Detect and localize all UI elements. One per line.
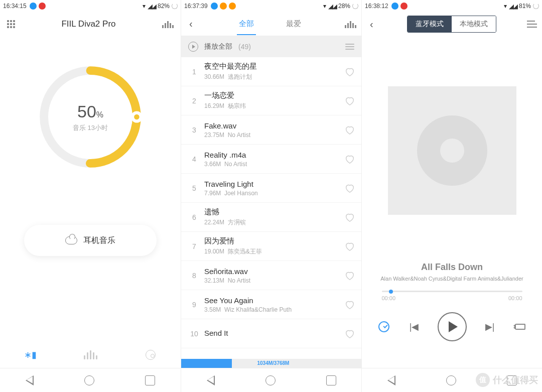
song-row[interactable]: 4Reality .m4a3.66M No Artist (181, 145, 361, 174)
song-name: Señorita.wav (204, 267, 344, 276)
favorite-icon[interactable] (344, 124, 355, 136)
back-button[interactable]: ‹ (367, 19, 376, 30)
favorite-icon[interactable] (344, 154, 355, 165)
bottom-tabs: ∗▮ (0, 342, 181, 368)
android-nav (362, 368, 542, 392)
tab-favorite[interactable]: 最爱 (284, 13, 303, 35)
song-meta: 3.58M Wiz Khalifa&Charlie Puth (204, 306, 344, 313)
song-name: 遗憾 (204, 207, 344, 217)
nav-back[interactable] (207, 375, 215, 385)
song-index: 10 (187, 330, 201, 338)
tab-settings[interactable] (120, 342, 181, 368)
signal-icon: ◢◢ (148, 3, 156, 10)
song-row[interactable]: 7因为爱情19.00M 陈奕迅&王菲 (181, 232, 361, 261)
favorite-icon[interactable] (344, 66, 355, 77)
song-row[interactable]: 8Señorita.wav32.13M No Artist (181, 261, 361, 290)
notification-icons (391, 3, 408, 10)
favorite-icon[interactable] (344, 95, 355, 106)
prev-track-button[interactable]: |◀ (407, 320, 421, 334)
song-row[interactable]: 9See You Again3.58M Wiz Khalifa&Charlie … (181, 290, 361, 319)
tab-all[interactable]: 全部 (237, 13, 256, 35)
sync-icon (172, 3, 178, 9)
song-index: 8 (187, 272, 201, 280)
sync-icon (533, 3, 539, 9)
equalizer-icon[interactable] (345, 20, 356, 28)
android-nav (0, 368, 181, 392)
screen-now-playing: 16:38:12 ▾ ◢◢ 81% ‹ 蓝牙模式 本地模式 All Falls … (361, 0, 542, 392)
dial-icon (146, 350, 156, 360)
song-row[interactable]: 2一场恋爱16.29M 杨宗纬 (181, 86, 361, 115)
song-index: 4 (187, 155, 201, 163)
sleep-timer-button[interactable] (377, 320, 391, 334)
battery-ring: 50% 音乐 13小时 (38, 64, 143, 170)
battery-text: 82% (158, 3, 170, 10)
favorite-icon[interactable] (344, 241, 355, 252)
seg-bluetooth[interactable]: 蓝牙模式 (408, 16, 452, 32)
battery-subtitle: 音乐 13小时 (73, 123, 108, 133)
nav-home[interactable] (446, 375, 456, 385)
repeat-button[interactable] (513, 320, 527, 334)
menu-grid-icon[interactable] (7, 20, 15, 28)
track-artist: Alan Walker&Noah Cyrus&Digital Farm Anim… (378, 276, 525, 282)
favorite-icon[interactable] (344, 270, 355, 281)
play-icon (188, 42, 198, 52)
signal-icon: ◢◢ (509, 3, 517, 10)
signal-icon: ◢◢ (328, 3, 336, 10)
wifi-icon: ▾ (323, 3, 326, 10)
nav-home[interactable] (84, 375, 94, 385)
song-list[interactable]: 1夜空中最亮的星30.66M 逃跑计划2一场恋爱16.29M 杨宗纬3Fake.… (181, 57, 361, 359)
song-name: Reality .m4a (204, 151, 344, 159)
mode-segmented-control[interactable]: 蓝牙模式 本地模式 (407, 16, 496, 33)
android-nav (181, 368, 361, 392)
favorite-icon[interactable] (344, 299, 355, 310)
progress-bar[interactable]: 00:00 00:00 (382, 291, 522, 301)
next-track-button[interactable]: ▶| (483, 320, 497, 334)
song-row[interactable]: 10Send It (181, 319, 361, 348)
device-title: FIIL Diva2 Pro (15, 19, 162, 29)
status-bar: 16:37:39 ▾ ◢◢ 28% (181, 0, 361, 12)
seg-local[interactable]: 本地模式 (452, 16, 496, 32)
song-name: Traveling Light (204, 180, 344, 188)
album-art-placeholder (388, 86, 516, 215)
clock: 16:38:12 (365, 3, 388, 10)
nav-back[interactable] (387, 375, 395, 385)
headphone-music-button[interactable]: 耳机音乐 (24, 225, 157, 256)
player-header: ‹ 蓝牙模式 本地模式 (362, 12, 542, 36)
tab-bluetooth[interactable]: ∗▮ (0, 342, 60, 368)
app-header: FIIL Diva2 Pro (0, 12, 181, 36)
nav-recent[interactable] (145, 375, 155, 385)
list-menu-icon[interactable] (345, 44, 354, 50)
back-button[interactable]: ‹ (186, 18, 196, 30)
play-button[interactable] (438, 312, 467, 341)
song-index: 7 (187, 242, 201, 250)
screen-headphone-status: 16:34:15 ▾ ◢◢ 82% FIIL Diva2 Pro 50% 音乐 … (0, 0, 181, 392)
song-row[interactable]: 6遗憾22.24M 方泂镔 (181, 203, 361, 232)
battery-text: 28% (338, 3, 350, 10)
status-bar: 16:34:15 ▾ ◢◢ 82% (0, 0, 181, 12)
nav-home[interactable] (265, 375, 276, 385)
equalizer-icon[interactable] (162, 20, 174, 28)
play-all-bar[interactable]: 播放全部(49) (181, 36, 361, 57)
playlist-icon[interactable] (527, 21, 537, 28)
nav-recent[interactable] (326, 375, 336, 385)
song-name: 因为爱情 (204, 236, 344, 246)
favorite-icon[interactable] (344, 183, 355, 194)
favorite-icon[interactable] (344, 212, 355, 223)
play-all-label: 播放全部 (204, 42, 232, 51)
song-index: 3 (187, 126, 201, 134)
song-row[interactable]: 3Fake.wav23.75M No Artist (181, 115, 361, 145)
music-card-label: 耳机音乐 (83, 235, 115, 246)
song-meta: 3.66M No Artist (204, 161, 344, 168)
song-row[interactable]: 1夜空中最亮的星30.66M 逃跑计划 (181, 57, 361, 86)
song-name: 一场恋爱 (204, 91, 344, 100)
nav-back[interactable] (26, 375, 34, 385)
wifi-icon: ▾ (143, 3, 146, 10)
tab-equalizer[interactable] (60, 342, 120, 368)
song-row[interactable]: 5Traveling Light7.96M Joel Hanson (181, 174, 361, 203)
nav-recent[interactable] (507, 375, 517, 385)
main-content: 50% 音乐 13小时 耳机音乐 (0, 36, 181, 342)
song-meta: 16.29M 杨宗纬 (204, 102, 344, 110)
play-all-count: (49) (238, 43, 251, 51)
favorite-icon[interactable] (344, 328, 355, 339)
song-name: Fake.wav (204, 121, 344, 130)
